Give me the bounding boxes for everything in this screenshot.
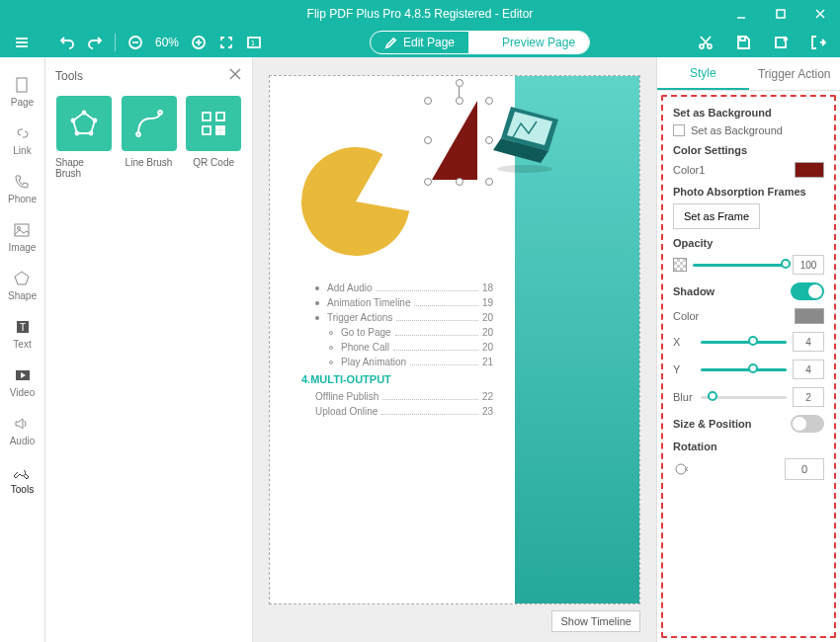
shadow-blur-slider[interactable] (701, 396, 787, 399)
svg-rect-1 (777, 10, 785, 18)
tools-title: Tools (55, 69, 83, 83)
svg-rect-44 (221, 126, 224, 129)
cut-button[interactable] (694, 31, 717, 54)
tool-line-brush[interactable]: Line Brush (121, 96, 178, 179)
main-toolbar: 60% 1 Edit Page Preview Page (0, 28, 840, 57)
tool-shape-brush[interactable]: Shape Brush (55, 96, 113, 179)
resize-handle[interactable] (424, 97, 432, 105)
shape-pacman[interactable] (284, 129, 428, 274)
svg-text:1: 1 (251, 40, 255, 46)
rail-link[interactable]: Link (13, 123, 33, 156)
rotate-handle[interactable] (456, 79, 463, 87)
rotation-value[interactable]: 0 (785, 458, 824, 480)
svg-point-50 (497, 165, 552, 173)
shadow-x-value[interactable]: 4 (793, 332, 824, 352)
size-position-toggle[interactable] (791, 415, 824, 433)
svg-point-14 (485, 38, 492, 44)
svg-point-51 (676, 464, 686, 474)
shadow-color-swatch[interactable] (795, 308, 824, 324)
color1-swatch[interactable] (795, 162, 824, 178)
shadow-blur-value[interactable]: 2 (793, 387, 824, 407)
resize-handle[interactable] (456, 178, 463, 186)
rail-text[interactable]: TText (13, 317, 33, 350)
section-color-settings: Color Settings (673, 144, 824, 156)
selected-triangle-shape[interactable] (428, 91, 493, 190)
rail-shape[interactable]: Shape (8, 269, 37, 301)
transparency-icon (673, 258, 687, 272)
svg-rect-46 (221, 131, 224, 134)
page-canvas[interactable]: Add Audio18 Animation Timeline19 Trigger… (269, 75, 640, 604)
mode-switch: Edit Page Preview Page (370, 31, 590, 54)
page-icon (12, 75, 32, 95)
rail-video[interactable]: Video (10, 365, 35, 398)
app-title: Flip PDF Plus Pro 4.8.5 Registered - Edi… (307, 7, 534, 21)
rail-audio[interactable]: Audio (10, 414, 36, 446)
opacity-value[interactable]: 100 (793, 255, 824, 275)
tab-style[interactable]: Style (657, 57, 749, 90)
redo-button[interactable] (83, 31, 107, 54)
section-set-background: Set as Background (673, 107, 824, 119)
resize-handle[interactable] (424, 178, 432, 186)
svg-rect-43 (216, 126, 219, 129)
svg-text:T: T (20, 322, 26, 333)
close-panel-button[interactable] (228, 67, 242, 84)
svg-rect-40 (203, 113, 210, 120)
svg-marker-32 (73, 113, 95, 133)
tab-trigger-action[interactable]: Trigger Action (749, 57, 841, 90)
minimize-button[interactable] (721, 0, 761, 28)
tool-qr-code[interactable]: QR Code (185, 96, 242, 179)
shadow-y-value[interactable]: 4 (793, 360, 824, 379)
shape-icon (12, 269, 32, 288)
set-background-checkbox[interactable]: Set as Background (673, 124, 783, 136)
save-button[interactable] (731, 31, 755, 54)
rail-page[interactable]: Page (11, 75, 34, 108)
svg-line-15 (491, 44, 494, 47)
opacity-slider[interactable] (693, 264, 787, 267)
zoom-out-button[interactable] (124, 31, 147, 54)
svg-rect-22 (17, 78, 27, 92)
menu-button[interactable] (10, 31, 34, 54)
shape-brush-icon (69, 109, 99, 138)
preview-page-button[interactable]: Preview Page (469, 32, 589, 53)
resize-handle[interactable] (485, 178, 493, 186)
tools-panel: Tools Shape Brush Line Brush QR Code (45, 57, 253, 642)
page-number-button[interactable]: 1 (242, 31, 266, 54)
qr-code-icon (199, 109, 228, 138)
show-timeline-button[interactable]: Show Timeline (551, 610, 640, 632)
shadow-y-slider[interactable] (701, 368, 787, 371)
close-button[interactable] (800, 0, 840, 28)
video-icon (13, 365, 33, 385)
exit-button[interactable] (806, 31, 830, 54)
section-size-position: Size & Position (673, 418, 751, 430)
svg-rect-41 (216, 113, 224, 120)
export-button[interactable] (769, 31, 793, 54)
line-brush-icon (134, 109, 164, 138)
toc-list: Add Audio18 Animation Timeline19 Trigger… (301, 282, 493, 417)
set-as-frame-button[interactable]: Set as Frame (673, 203, 760, 229)
resize-handle[interactable] (456, 97, 463, 105)
svg-point-24 (18, 227, 21, 230)
resize-handle[interactable] (424, 136, 432, 144)
rail-phone[interactable]: Phone (8, 172, 37, 204)
rotation-icon (673, 461, 689, 477)
undo-button[interactable] (55, 31, 79, 54)
zoom-value[interactable]: 60% (151, 36, 183, 49)
zoom-in-button[interactable] (187, 31, 210, 54)
audio-icon (12, 414, 32, 434)
shadow-x-slider[interactable] (701, 341, 787, 344)
maximize-button[interactable] (761, 0, 800, 28)
svg-rect-42 (203, 126, 210, 134)
rail-image[interactable]: Image (9, 220, 37, 253)
section-photo-frames: Photo Absorption Frames (673, 186, 824, 198)
tools-icon (12, 462, 32, 482)
edit-page-button[interactable]: Edit Page (371, 32, 469, 53)
svg-rect-20 (740, 37, 745, 40)
text-icon: T (13, 317, 33, 337)
section-opacity: Opacity (673, 237, 824, 249)
title-bar: Flip PDF Plus Pro 4.8.5 Registered - Edi… (0, 0, 840, 28)
shadow-toggle[interactable] (791, 282, 824, 300)
rail-tools[interactable]: Tools (11, 462, 34, 495)
section-heading: 4.MULTI-OUTPUT (301, 373, 493, 385)
svg-rect-45 (216, 131, 219, 134)
fullscreen-button[interactable] (214, 31, 238, 54)
